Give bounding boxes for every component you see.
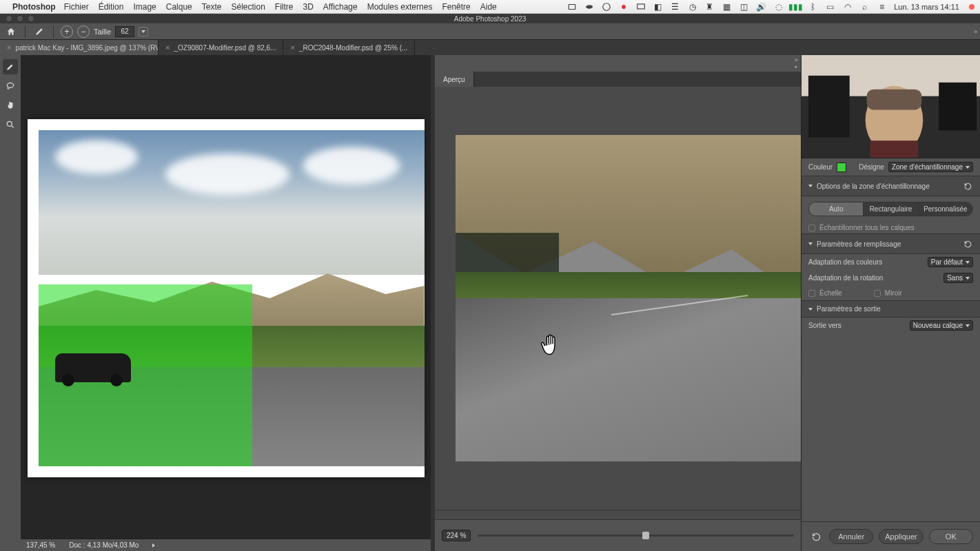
size-label: Taille bbox=[94, 28, 111, 36]
color-adapt-label: Adaptation des couleurs bbox=[808, 258, 882, 266]
preview-zoom-value[interactable]: 224 % bbox=[442, 530, 471, 541]
menu-file[interactable]: Fichier bbox=[64, 2, 89, 12]
lasso-tool[interactable] bbox=[3, 79, 18, 94]
tray-bluetooth-icon[interactable]: ᛒ bbox=[808, 1, 818, 12]
section-label: Options de la zone d'échantillonnage bbox=[817, 183, 930, 190]
svg-rect-2 bbox=[637, 3, 644, 8]
rotation-select[interactable]: Sans bbox=[943, 273, 973, 283]
tray-control-icon[interactable]: ≡ bbox=[877, 1, 887, 12]
doc-tab-2[interactable]: × _OZ90807-Modifier.psd @ 82,6... bbox=[159, 40, 283, 55]
tray-screen-icon[interactable] bbox=[635, 1, 646, 12]
sample-mode-segment: Auto Rectangulaire Personnalisée bbox=[808, 202, 973, 216]
seg-auto[interactable]: Auto bbox=[809, 202, 864, 216]
preview-tab[interactable]: Aperçu bbox=[435, 72, 474, 87]
color-adapt-select[interactable]: Par défaut bbox=[928, 257, 973, 267]
car-subject bbox=[55, 353, 131, 382]
brush-tool-icon[interactable] bbox=[32, 25, 46, 39]
status-bar: 137,45 % Doc : 4,13 Mo/4,03 Mo bbox=[21, 539, 431, 551]
tray-wifi-icon[interactable]: ◠ bbox=[842, 1, 853, 12]
menu-image[interactable]: Image bbox=[133, 2, 156, 12]
tray-stack-icon[interactable]: ☰ bbox=[670, 1, 680, 12]
status-zoom[interactable]: 137,45 % bbox=[26, 541, 55, 549]
apply-button[interactable]: Appliquer bbox=[879, 529, 923, 544]
preview-zoom-slider[interactable] bbox=[478, 534, 794, 537]
tray-cc-icon[interactable] bbox=[601, 1, 611, 12]
tray-window-icon[interactable]: ◫ bbox=[739, 1, 749, 12]
brush-add-button[interactable]: + bbox=[61, 25, 73, 38]
menu-layer[interactable]: Calque bbox=[166, 2, 192, 12]
tray-clock-icon[interactable]: ◷ bbox=[687, 1, 697, 12]
collapse-preview-icon[interactable]: »▪ bbox=[790, 55, 801, 72]
checkbox-label: Échantillonner tous les calques bbox=[819, 224, 915, 231]
reset-icon[interactable] bbox=[962, 180, 973, 191]
designates-label: Désigne bbox=[859, 163, 884, 171]
tray-tower-icon[interactable]: ♜ bbox=[704, 1, 715, 12]
designates-select[interactable]: Zone d'échantillonnage bbox=[888, 162, 973, 172]
svg-point-3 bbox=[7, 83, 13, 87]
options-bar: + − Taille » bbox=[0, 23, 980, 40]
document-tabs: × patrick Mac Kay - IMG_3896.jpeg @ 137%… bbox=[0, 40, 980, 55]
tray-volume-icon[interactable]: 🔊 bbox=[756, 1, 766, 12]
menu-3d[interactable]: 3D bbox=[303, 2, 314, 12]
close-icon[interactable]: × bbox=[7, 43, 11, 52]
doc-tab-3[interactable]: × _ROC2048-Modifier.psd @ 25% (... bbox=[283, 40, 415, 55]
menu-selection[interactable]: Sélection bbox=[231, 2, 265, 12]
seg-custom[interactable]: Personnalisée bbox=[919, 202, 972, 216]
collapse-optbar-icon[interactable]: » bbox=[974, 28, 976, 35]
scale-checkbox[interactable]: Échelle bbox=[808, 289, 842, 297]
section-output-params[interactable]: Paramètres de sortie bbox=[802, 300, 980, 318]
section-fill-params[interactable]: Paramètres de remplissage bbox=[802, 233, 980, 254]
seg-rect[interactable]: Rectangulaire bbox=[864, 202, 918, 216]
tray-record-icon[interactable] bbox=[618, 1, 629, 12]
menu-edit[interactable]: Édition bbox=[99, 2, 124, 12]
svg-rect-8 bbox=[939, 83, 977, 131]
mirror-checkbox[interactable]: Miroir bbox=[874, 289, 902, 297]
doc-tab-label: patrick Mac Kay - IMG_3896.jpeg @ 137% (… bbox=[15, 44, 159, 52]
tray-flag-icon[interactable]: ▮▮▮ bbox=[790, 1, 801, 12]
reset-icon[interactable] bbox=[962, 238, 973, 249]
tray-battery-icon[interactable]: ▭ bbox=[825, 1, 835, 12]
tray-bird-icon[interactable] bbox=[584, 1, 594, 12]
app-name[interactable]: Photoshop bbox=[12, 2, 56, 12]
home-icon[interactable] bbox=[4, 25, 18, 39]
status-more-icon[interactable] bbox=[152, 543, 155, 548]
size-input[interactable] bbox=[115, 26, 134, 37]
close-icon[interactable]: × bbox=[165, 43, 170, 52]
color-swatch[interactable] bbox=[837, 163, 846, 172]
menu-window[interactable]: Fenêtre bbox=[442, 2, 470, 12]
status-doc[interactable]: Doc : 4,13 Mo/4,03 Mo bbox=[69, 541, 139, 549]
undo-icon[interactable] bbox=[808, 529, 824, 544]
section-label: Paramètres de remplissage bbox=[817, 240, 901, 248]
window-title: Adobe Photoshop 2023 bbox=[454, 15, 527, 23]
hand-tool[interactable] bbox=[3, 98, 18, 113]
cancel-button[interactable]: Annuler bbox=[829, 529, 873, 544]
window-traffic-lights[interactable] bbox=[6, 15, 34, 22]
section-sample-options[interactable]: Options de la zone d'échantillonnage bbox=[802, 176, 980, 196]
zoom-tool[interactable] bbox=[3, 117, 18, 132]
tray-camera-icon[interactable] bbox=[566, 1, 577, 12]
tray-sync-icon[interactable]: ◌ bbox=[773, 1, 784, 12]
menu-help[interactable]: Aide bbox=[480, 2, 497, 12]
tray-grid-icon[interactable]: ▦ bbox=[722, 1, 732, 12]
sample-all-layers-checkbox[interactable]: Échantillonner tous les calques bbox=[802, 222, 980, 233]
menu-filter[interactable]: Filtre bbox=[275, 2, 294, 12]
close-icon[interactable]: × bbox=[290, 43, 294, 52]
brush-subtract-button[interactable]: − bbox=[77, 25, 90, 38]
doc-tab-1[interactable]: × patrick Mac Kay - IMG_3896.jpeg @ 137%… bbox=[0, 40, 159, 55]
left-toolbar bbox=[0, 55, 21, 551]
document-canvas[interactable] bbox=[21, 55, 431, 539]
output-to-select[interactable]: Nouveau calque bbox=[910, 320, 973, 331]
menu-plugins[interactable]: Modules externes bbox=[367, 2, 433, 12]
svg-point-1 bbox=[622, 5, 626, 9]
preview-panel: »▪ Aperçu 224 % bbox=[435, 55, 801, 551]
svg-point-4 bbox=[7, 121, 12, 126]
menubar-clock[interactable]: Lun. 13 mars 14:11 bbox=[894, 3, 959, 11]
tray-search-icon[interactable]: ⌕ bbox=[859, 1, 870, 12]
brush-tool[interactable] bbox=[3, 59, 18, 74]
preview-canvas[interactable] bbox=[435, 87, 801, 510]
menu-view[interactable]: Affichage bbox=[323, 2, 358, 12]
size-dropdown[interactable] bbox=[139, 27, 148, 37]
ok-button[interactable]: OK bbox=[929, 529, 973, 544]
menu-text[interactable]: Texte bbox=[202, 2, 222, 12]
tray-display-icon[interactable]: ◧ bbox=[653, 1, 663, 12]
